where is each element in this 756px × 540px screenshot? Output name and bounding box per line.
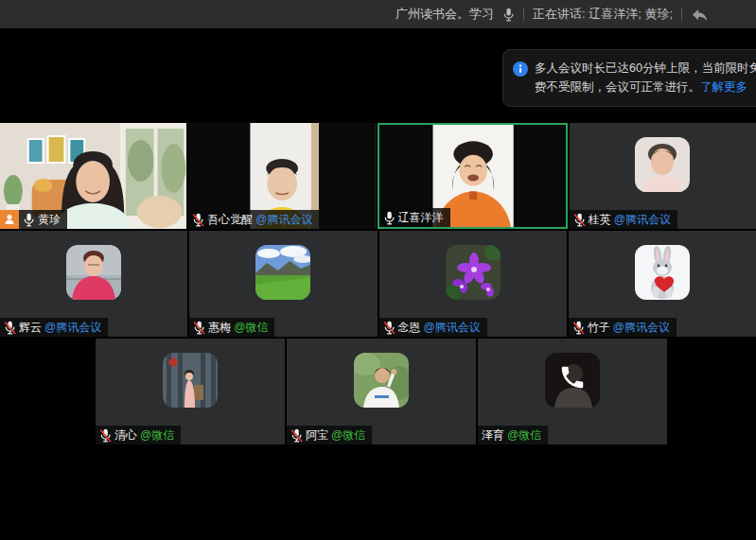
video-tile-huangzhen[interactable]: 黄珍 [0, 123, 186, 229]
video-tile-guiying[interactable]: 桂英@腾讯会议 [570, 123, 756, 229]
mic-muted-icon [290, 428, 303, 443]
participant-platform: @腾讯会议 [255, 212, 312, 228]
participant-avatar [163, 353, 218, 408]
meeting-title: 广州读书会。学习 [396, 6, 494, 23]
participant-platform: @腾讯会议 [44, 320, 101, 336]
video-tile-zhuzi[interactable]: 竹子@腾讯会议 [569, 231, 756, 337]
video-tile-huiyun[interactable]: 辉云@腾讯会议 [0, 231, 187, 337]
mic-muted-icon [383, 321, 396, 335]
meeting-duration-toast: 多人会议时长已达60分钟上限，当前限时免费不受限制，会议可正常进行。了解更多 ✕ [502, 49, 756, 107]
mic-muted-icon [99, 428, 112, 443]
info-icon [513, 61, 528, 80]
person-badge-icon [0, 210, 19, 229]
mic-muted-icon [572, 321, 585, 335]
participant-name: 辽喜洋洋 [398, 210, 444, 226]
video-tile-huimei[interactable]: 惠梅@微信 [189, 231, 377, 337]
participant-platform: @微信 [140, 427, 174, 444]
grid-row-2: 辉云@腾讯会议 [0, 231, 756, 337]
video-tile-wuxinjuexing[interactable]: 吾心觉醒@腾讯会议 [188, 123, 375, 229]
mic-muted-icon [573, 213, 586, 227]
video-tile-abao[interactable]: 阿宝@微信 [287, 339, 476, 444]
participant-name: 竹子 [588, 320, 610, 336]
participant-name: 惠梅 [208, 320, 231, 336]
video-tile-liaoxiyangyang[interactable]: 辽喜洋洋 [378, 123, 568, 229]
microphone-icon [502, 8, 515, 22]
participant-platform: @微信 [234, 320, 268, 336]
reply-arrow-icon[interactable] [691, 8, 709, 22]
video-grid: 黄珍 [0, 123, 756, 446]
grid-row-1: 黄珍 [0, 123, 756, 229]
participant-platform: @微信 [507, 427, 541, 444]
participant-avatar [635, 137, 690, 192]
grid-row-3: 清心@微信 [96, 339, 667, 444]
topbar-divider [681, 8, 682, 21]
participant-name: 阿宝 [306, 427, 328, 444]
participant-platform: @腾讯会议 [614, 212, 671, 228]
top-bar: 广州读书会。学习 正在讲话: 辽喜洋洋; 黄珍; [0, 0, 756, 28]
participant-platform: @腾讯会议 [613, 320, 670, 336]
participant-avatar [66, 245, 121, 300]
participant-name: 桂英 [589, 212, 611, 228]
video-tile-zeyu[interactable]: 泽育@微信 [478, 339, 667, 444]
participant-name: 清心 [114, 427, 137, 444]
video-tile-qingxin[interactable]: 清心@微信 [96, 339, 285, 444]
video-tile-nianen[interactable]: 念恩@腾讯会议 [379, 231, 567, 337]
mic-muted-icon [192, 213, 204, 227]
topbar-divider [523, 8, 524, 21]
participant-name: 黄珍 [38, 212, 61, 228]
participant-name: 辉云 [19, 320, 42, 336]
participant-avatar [255, 245, 310, 300]
mic-on-icon [23, 213, 35, 227]
learn-more-link[interactable]: 了解更多 [700, 80, 747, 94]
participant-name: 泽育 [482, 427, 504, 444]
mic-on-icon [383, 211, 396, 225]
speaking-now-label: 正在讲话: 辽喜洋洋; 黄珍; [533, 6, 673, 23]
participant-name: 念恩 [398, 320, 421, 336]
participant-name: 吾心觉醒 [207, 212, 253, 228]
participant-avatar [635, 245, 690, 300]
participant-avatar [354, 353, 409, 408]
mic-muted-icon [4, 321, 16, 335]
participant-platform: @腾讯会议 [424, 320, 481, 336]
participant-avatar [446, 245, 501, 300]
mic-muted-icon [193, 321, 205, 335]
participant-platform: @微信 [331, 427, 365, 444]
meeting-window: 广州读书会。学习 正在讲话: 辽喜洋洋; 黄珍; 多人会议时长已达60分钟 [0, 0, 756, 540]
phone-call-icon [558, 363, 587, 395]
